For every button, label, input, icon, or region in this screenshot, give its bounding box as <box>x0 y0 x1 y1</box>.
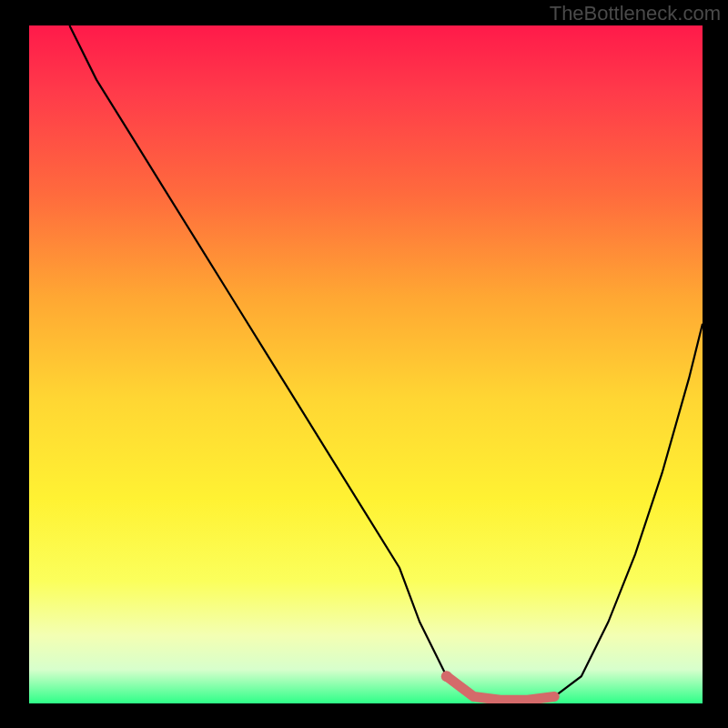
bottleneck-curve-line <box>69 25 703 700</box>
optimal-region-highlight <box>447 676 554 700</box>
chart-plot-area <box>29 25 703 703</box>
watermark-text: TheBottleneck.com <box>550 2 721 25</box>
chart-svg <box>29 25 703 703</box>
optimal-region-start-dot <box>441 671 452 682</box>
